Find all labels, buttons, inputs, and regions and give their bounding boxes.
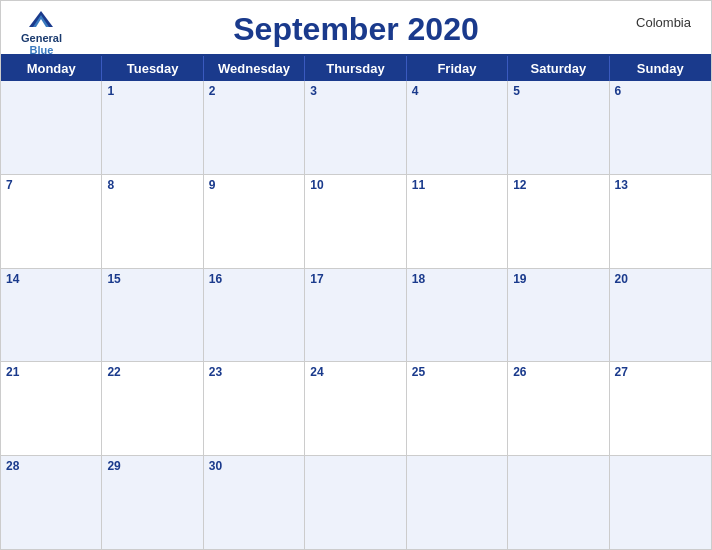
calendar-grid: MondayTuesdayWednesdayThursdayFridaySatu… (1, 54, 711, 549)
day-number: 7 (6, 178, 96, 194)
day-cell: 9 (204, 175, 305, 268)
day-cell: 16 (204, 269, 305, 362)
day-cell: 26 (508, 362, 609, 455)
day-number: 19 (513, 272, 603, 288)
logo-icon (27, 9, 55, 31)
day-number: 26 (513, 365, 603, 381)
day-cell: 3 (305, 81, 406, 174)
day-number: 30 (209, 459, 299, 475)
day-number: 28 (6, 459, 96, 475)
day-cell: 14 (1, 269, 102, 362)
day-header-friday: Friday (407, 56, 508, 81)
logo-general: General (21, 32, 62, 44)
day-cell (305, 456, 406, 549)
day-cell: 23 (204, 362, 305, 455)
day-number: 17 (310, 272, 400, 288)
day-cell: 21 (1, 362, 102, 455)
weeks-container: 1234567891011121314151617181920212223242… (1, 81, 711, 549)
day-number: 10 (310, 178, 400, 194)
logo: General Blue (21, 9, 62, 56)
day-cell: 15 (102, 269, 203, 362)
day-cell: 28 (1, 456, 102, 549)
day-cell (508, 456, 609, 549)
days-header: MondayTuesdayWednesdayThursdayFridaySatu… (1, 56, 711, 81)
week-row-1: 123456 (1, 81, 711, 175)
country-label: Colombia (636, 15, 691, 30)
day-cell: 17 (305, 269, 406, 362)
day-cell: 2 (204, 81, 305, 174)
day-number: 16 (209, 272, 299, 288)
day-header-saturday: Saturday (508, 56, 609, 81)
day-cell: 24 (305, 362, 406, 455)
week-row-3: 14151617181920 (1, 269, 711, 363)
day-number: 20 (615, 272, 706, 288)
day-number: 5 (513, 84, 603, 100)
day-header-tuesday: Tuesday (102, 56, 203, 81)
day-number: 18 (412, 272, 502, 288)
day-cell (610, 456, 711, 549)
day-number: 15 (107, 272, 197, 288)
day-number: 24 (310, 365, 400, 381)
day-number: 12 (513, 178, 603, 194)
day-cell: 6 (610, 81, 711, 174)
day-number: 3 (310, 84, 400, 100)
day-number: 14 (6, 272, 96, 288)
day-cell (407, 456, 508, 549)
day-number: 8 (107, 178, 197, 194)
day-header-sunday: Sunday (610, 56, 711, 81)
day-number: 22 (107, 365, 197, 381)
day-cell: 19 (508, 269, 609, 362)
day-cell: 30 (204, 456, 305, 549)
day-header-wednesday: Wednesday (204, 56, 305, 81)
day-cell: 10 (305, 175, 406, 268)
day-header-thursday: Thursday (305, 56, 406, 81)
day-cell: 12 (508, 175, 609, 268)
day-cell: 27 (610, 362, 711, 455)
day-cell: 8 (102, 175, 203, 268)
day-cell: 5 (508, 81, 609, 174)
week-row-5: 282930 (1, 456, 711, 549)
day-number: 1 (107, 84, 197, 100)
calendar: General Blue September 2020 Colombia Mon… (0, 0, 712, 550)
calendar-header: General Blue September 2020 Colombia (1, 1, 711, 54)
week-row-2: 78910111213 (1, 175, 711, 269)
day-number: 21 (6, 365, 96, 381)
day-cell: 7 (1, 175, 102, 268)
day-cell: 29 (102, 456, 203, 549)
day-number: 23 (209, 365, 299, 381)
day-cell: 18 (407, 269, 508, 362)
day-header-monday: Monday (1, 56, 102, 81)
logo-blue: Blue (30, 44, 54, 56)
calendar-title: September 2020 (233, 11, 478, 48)
day-number: 4 (412, 84, 502, 100)
day-cell (1, 81, 102, 174)
day-number: 2 (209, 84, 299, 100)
day-cell: 4 (407, 81, 508, 174)
day-cell: 20 (610, 269, 711, 362)
day-number: 25 (412, 365, 502, 381)
day-number: 6 (615, 84, 706, 100)
day-cell: 11 (407, 175, 508, 268)
day-number: 29 (107, 459, 197, 475)
day-cell: 25 (407, 362, 508, 455)
day-cell: 22 (102, 362, 203, 455)
day-cell: 13 (610, 175, 711, 268)
week-row-4: 21222324252627 (1, 362, 711, 456)
day-number: 11 (412, 178, 502, 194)
day-number: 27 (615, 365, 706, 381)
day-cell: 1 (102, 81, 203, 174)
day-number: 13 (615, 178, 706, 194)
day-number: 9 (209, 178, 299, 194)
